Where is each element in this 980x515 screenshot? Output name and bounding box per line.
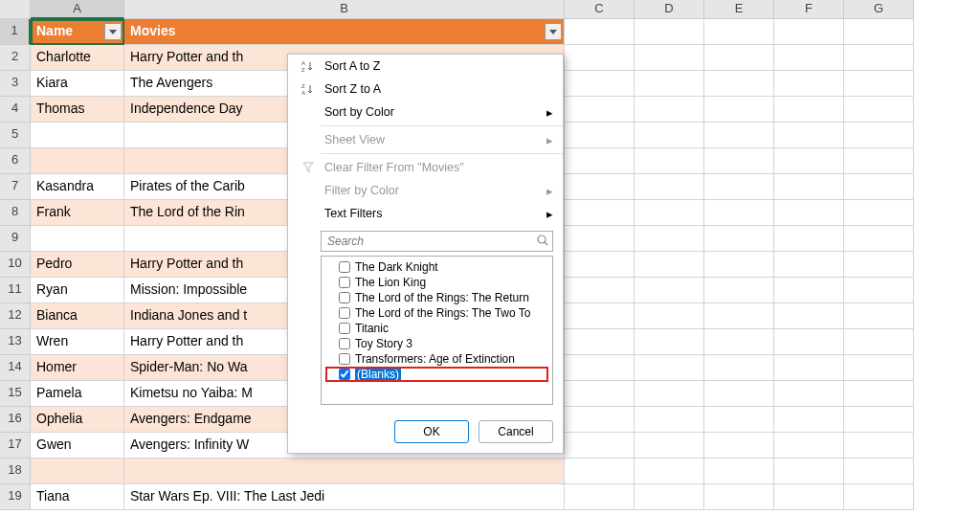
cell-g14[interactable] [844,355,914,381]
filter-item-checkbox[interactable] [339,338,350,349]
row-header-9[interactable]: 9 [0,226,31,252]
row-header-3[interactable]: 3 [0,71,31,97]
sort-za-item[interactable]: ZA Sort Z to A [288,78,563,101]
cell-c12[interactable] [565,303,635,329]
cell-g10[interactable] [844,252,914,278]
cell-e6[interactable] [704,148,774,174]
cell-d8[interactable] [635,200,704,226]
row-header-1[interactable]: 1 [0,19,31,45]
filter-item[interactable]: The Lord of the Rings: The Return [322,290,552,305]
column-header-f[interactable]: F [774,0,844,19]
cell-g11[interactable] [844,278,914,303]
cell-d19[interactable] [635,484,704,510]
cell-a6[interactable] [31,148,124,174]
row-header-8[interactable]: 8 [0,200,31,226]
cell-a2[interactable]: Charlotte [31,45,124,71]
cell-f4[interactable] [774,97,844,123]
cell-f3[interactable] [774,71,844,97]
cell-c15[interactable] [565,381,635,407]
cell-a12[interactable]: Bianca [31,303,124,329]
row-header-10[interactable]: 10 [0,252,31,278]
row-header-15[interactable]: 15 [0,381,31,407]
column-header-e[interactable]: E [704,0,774,19]
cell-e5[interactable] [704,123,774,148]
cell-d4[interactable] [635,97,704,123]
cell-c14[interactable] [565,355,635,381]
cell-e18[interactable] [704,459,774,484]
filter-item-checkbox[interactable] [339,323,350,334]
cell-f18[interactable] [774,459,844,484]
filter-item[interactable]: The Lion King [322,275,552,290]
select-all-corner[interactable] [0,0,31,19]
cell-a11[interactable]: Ryan [31,278,124,303]
row-header-19[interactable]: 19 [0,484,31,510]
cell-f17[interactable] [774,433,844,459]
cell-c13[interactable] [565,329,635,355]
cell-a14[interactable]: Homer [31,355,124,381]
cell-f5[interactable] [774,123,844,148]
row-header-5[interactable]: 5 [0,123,31,148]
cell-a7[interactable]: Kasandra [31,174,124,200]
column-header-c[interactable]: C [565,0,635,19]
cell-g2[interactable] [844,45,914,71]
cell-e17[interactable] [704,433,774,459]
cell-f11[interactable] [774,278,844,303]
cell-f16[interactable] [774,407,844,433]
row-header-2[interactable]: 2 [0,45,31,71]
filter-dropdown-button[interactable] [104,23,122,40]
cell-e15[interactable] [704,381,774,407]
row-header-14[interactable]: 14 [0,355,31,381]
row-header-11[interactable]: 11 [0,278,31,303]
cell-e1[interactable] [704,19,774,45]
cell-e10[interactable] [704,252,774,278]
cell-a4[interactable]: Thomas [31,97,124,123]
cell-e4[interactable] [704,97,774,123]
column-header-a[interactable]: A [31,0,124,19]
cell-f7[interactable] [774,174,844,200]
cell-a5[interactable] [31,123,124,148]
cell-c8[interactable] [565,200,635,226]
filter-item[interactable]: The Lord of the Rings: The Two To [322,305,552,321]
cell-g1[interactable] [844,19,914,45]
row-header-17[interactable]: 17 [0,433,31,459]
cell-a1[interactable]: Name [31,19,124,45]
cell-a15[interactable]: Pamela [31,381,124,407]
cell-d6[interactable] [635,148,704,174]
cell-d9[interactable] [635,226,704,252]
cell-g9[interactable] [844,226,914,252]
cell-c3[interactable] [565,71,635,97]
cell-e7[interactable] [704,174,774,200]
cell-g15[interactable] [844,381,914,407]
column-header-g[interactable]: G [844,0,914,19]
filter-item[interactable]: Titanic [322,321,552,336]
cell-e14[interactable] [704,355,774,381]
cell-c19[interactable] [565,484,635,510]
cell-g18[interactable] [844,459,914,484]
cell-d5[interactable] [635,123,704,148]
filter-item-checkbox[interactable] [339,369,350,380]
cell-e19[interactable] [704,484,774,510]
cell-c10[interactable] [565,252,635,278]
filter-search-input[interactable] [321,231,553,252]
cell-g5[interactable] [844,123,914,148]
cell-d18[interactable] [635,459,704,484]
cell-c1[interactable] [565,19,635,45]
cell-d13[interactable] [635,329,704,355]
cell-e3[interactable] [704,71,774,97]
cell-g7[interactable] [844,174,914,200]
cell-g6[interactable] [844,148,914,174]
cell-e12[interactable] [704,303,774,329]
cell-d7[interactable] [635,174,704,200]
cell-d17[interactable] [635,433,704,459]
cell-c11[interactable] [565,278,635,303]
cell-f12[interactable] [774,303,844,329]
sort-az-item[interactable]: AZ Sort A to Z [288,55,563,78]
cell-a9[interactable] [31,226,124,252]
cell-a16[interactable]: Ophelia [31,407,124,433]
cell-g8[interactable] [844,200,914,226]
filter-item-checkbox[interactable] [339,261,350,273]
filter-item[interactable]: The Dark Knight [322,259,552,275]
ok-button[interactable]: OK [394,420,469,443]
filter-item[interactable]: (Blanks) [325,367,548,382]
filter-item[interactable]: Transformers: Age of Extinction [322,351,552,367]
